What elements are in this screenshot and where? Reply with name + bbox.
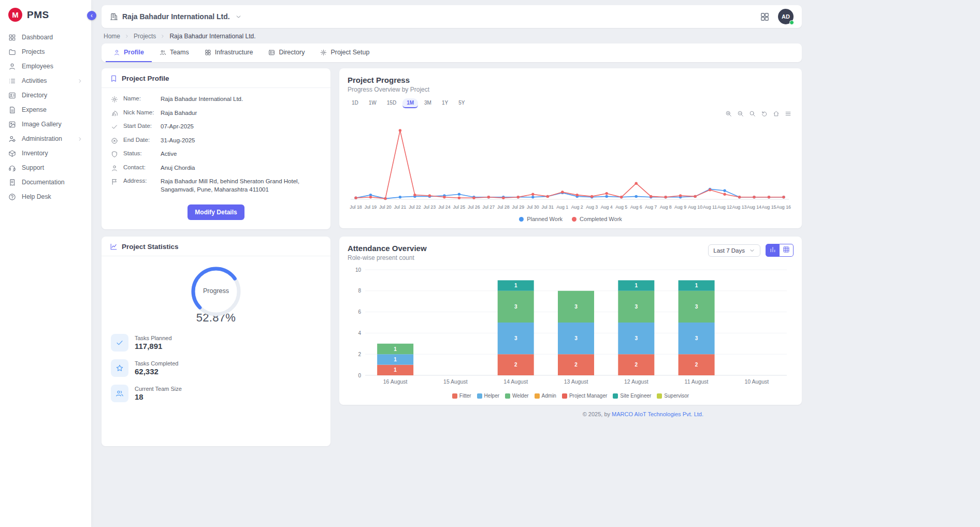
sidebar-item-employees[interactable]: Employees: [0, 59, 91, 74]
apps-grid-icon[interactable]: [760, 12, 770, 22]
svg-text:Aug 5: Aug 5: [615, 204, 627, 210]
svg-text:Aug 10: Aug 10: [688, 204, 702, 210]
svg-text:Aug 11: Aug 11: [703, 204, 717, 210]
svg-text:3: 3: [635, 304, 638, 310]
sidebar-item-activities[interactable]: Activities: [0, 74, 91, 88]
zoom-in-icon[interactable]: [725, 110, 732, 119]
svg-text:4: 4: [358, 330, 361, 336]
employees-icon: [8, 63, 16, 70]
svg-text:1: 1: [394, 367, 397, 373]
stat-tasks-completed: Tasks Completed62,332: [111, 359, 321, 377]
flag-icon: [111, 178, 118, 185]
sidebar-item-documentation[interactable]: Documentation: [0, 175, 91, 189]
breadcrumb-link-home[interactable]: Home: [104, 33, 120, 40]
legend-supervisor[interactable]: Supervisor: [657, 393, 689, 399]
bar-view-button[interactable]: [766, 244, 780, 257]
svg-text:Jul 28: Jul 28: [497, 204, 510, 210]
svg-text:Jul 23: Jul 23: [424, 204, 436, 210]
panel-title: Project Progress: [348, 76, 794, 84]
person-icon: [113, 49, 120, 56]
sidebar-item-dashboard[interactable]: Dashboard: [0, 30, 91, 45]
field-value: 31-Aug-2025: [161, 137, 321, 145]
range-button-1m[interactable]: 1M: [402, 98, 418, 108]
range-button-3m[interactable]: 3M: [420, 98, 436, 108]
legend-completed-work[interactable]: Completed Work: [572, 216, 622, 222]
svg-text:12 August: 12 August: [624, 378, 648, 385]
sidebar-item-directory[interactable]: Directory: [0, 88, 91, 103]
legend-admin[interactable]: Admin: [535, 393, 556, 399]
stat-label: Tasks Completed: [135, 360, 178, 367]
building-icon: [110, 12, 118, 21]
zoom-out-icon[interactable]: [737, 110, 744, 119]
svg-text:13 August: 13 August: [564, 378, 588, 385]
field-value: Active: [161, 150, 321, 158]
svg-text:2: 2: [574, 362, 578, 368]
gauge-label: Progress: [189, 287, 243, 295]
breadcrumb-link-projects[interactable]: Projects: [134, 33, 156, 40]
shield-icon: [111, 151, 118, 158]
company-selector[interactable]: Raja Bahadur International Ltd.: [110, 12, 242, 21]
sidebar-item-inventory[interactable]: Inventory: [0, 146, 91, 160]
svg-text:1: 1: [394, 357, 397, 362]
range-button-1w[interactable]: 1W: [365, 98, 381, 108]
range-button-15d[interactable]: 15D: [383, 98, 400, 108]
field-value: Anuj Chordia: [161, 164, 321, 172]
sidebar-item-image-gallery[interactable]: Image Gallery: [0, 117, 91, 131]
progress-line-chart[interactable]: Jul 18Jul 19Jul 20Jul 21Jul 22Jul 23Jul …: [348, 120, 791, 215]
chart-line-icon: [110, 243, 118, 251]
legend-helper[interactable]: Helper: [477, 393, 499, 399]
range-button-1y[interactable]: 1Y: [438, 98, 452, 108]
sidebar-item-help-desk[interactable]: Help Desk: [0, 189, 91, 204]
field-value: Raja Bahadur International Ltd.: [161, 95, 321, 104]
tab-profile[interactable]: Profile: [106, 43, 152, 62]
range-button-1d[interactable]: 1D: [348, 98, 363, 108]
sidebar-collapse-button[interactable]: ‹: [87, 11, 96, 20]
tab-project-setup[interactable]: Project Setup: [312, 43, 377, 62]
restore-icon[interactable]: [761, 110, 768, 119]
expense-icon: [8, 106, 16, 114]
attendance-legend: FitterHelperWelderAdminProject ManagerSi…: [348, 393, 794, 401]
tab-infrastructure[interactable]: Infrastructure: [197, 43, 261, 62]
sidebar-item-expense[interactable]: Expense: [0, 103, 91, 117]
svg-text:Aug 9: Aug 9: [674, 204, 686, 210]
fingerprint-icon: [111, 110, 118, 117]
svg-text:11 August: 11 August: [685, 378, 709, 385]
svg-text:3: 3: [514, 335, 517, 341]
svg-text:Jul 22: Jul 22: [409, 204, 421, 210]
profile-field-status: Status:Active: [111, 150, 321, 158]
svg-text:10 August: 10 August: [744, 378, 769, 385]
legend-project-manager[interactable]: Project Manager: [562, 393, 607, 399]
avatar[interactable]: AD: [778, 9, 794, 24]
date-range-select[interactable]: Last 7 Days: [708, 244, 760, 257]
tab-label: Directory: [279, 49, 305, 56]
range-button-5y[interactable]: 5Y: [454, 98, 469, 108]
app-logo[interactable]: M PMS: [0, 0, 91, 28]
legend-planned-work[interactable]: Planned Work: [519, 216, 563, 222]
legend-welder[interactable]: Welder: [505, 393, 529, 399]
svg-text:16 August: 16 August: [383, 378, 408, 385]
legend-fitter[interactable]: Fitter: [452, 393, 471, 399]
svg-text:3: 3: [635, 335, 638, 341]
menu-icon[interactable]: [785, 110, 791, 119]
modify-details-button[interactable]: Modify Details: [188, 204, 244, 220]
legend-site-engineer[interactable]: Site Engineer: [613, 393, 651, 399]
svg-text:Aug 16: Aug 16: [776, 204, 791, 210]
footer-link[interactable]: MARCO AIoT Technologies Pvt. Ltd.: [612, 411, 703, 417]
sidebar-item-support[interactable]: Support: [0, 160, 91, 175]
home-icon[interactable]: [773, 110, 780, 119]
sidebar-item-administration[interactable]: Administration: [0, 131, 91, 146]
project-profile-card: Project Profile Name:Raja Bahadur Intern…: [102, 68, 330, 229]
progress-legend: Planned WorkCompleted Work: [348, 216, 794, 224]
tab-teams[interactable]: Teams: [152, 43, 197, 62]
tab-directory[interactable]: Directory: [261, 43, 312, 62]
directory-icon: [268, 49, 275, 56]
profile-field-end-date: End Date:31-Aug-2025: [111, 137, 321, 145]
tab-bar: ProfileTeamsInfrastructureDirectoryProje…: [102, 43, 802, 62]
table-view-button[interactable]: [780, 244, 794, 257]
svg-text:8: 8: [358, 288, 361, 294]
stat-value: 18: [135, 392, 182, 401]
sidebar-item-projects[interactable]: Projects: [0, 45, 91, 59]
magnifier-icon[interactable]: [749, 110, 756, 119]
check-icon: [111, 123, 118, 130]
attendance-bar-chart[interactable]: 024681016 August11115 August14 August233…: [348, 266, 791, 392]
